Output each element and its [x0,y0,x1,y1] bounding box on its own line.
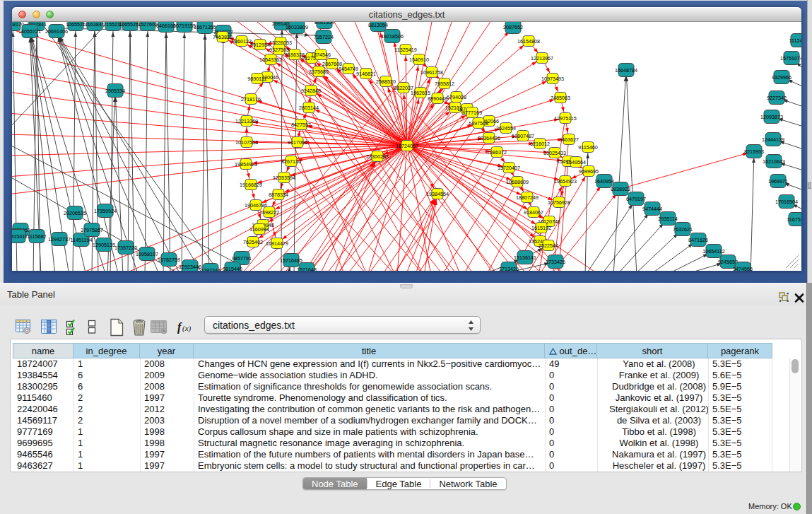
svg-text:2522544: 2522544 [539,243,558,249]
svg-text:10025433: 10025433 [543,150,566,156]
svg-text:1167533: 1167533 [787,216,801,223]
svg-text:10107554: 10107554 [235,139,258,146]
svg-text:1163841: 1163841 [85,22,104,28]
svg-text:8267130: 8267130 [281,158,301,165]
svg-text:9890112: 9890112 [247,76,266,82]
svg-text:19046786: 19046786 [245,202,267,209]
svg-text:8461304: 8461304 [314,22,334,25]
svg-text:6794028: 6794028 [447,94,466,100]
svg-text:9699695: 9699695 [579,168,599,175]
svg-text:12923446: 12923446 [179,264,201,270]
svg-text:14055721: 14055721 [18,28,41,35]
svg-text:1292344: 1292344 [201,267,220,271]
svg-text:16210643: 16210643 [763,158,785,165]
svg-text:15716485: 15716485 [280,257,302,264]
svg-text:1549564: 1549564 [566,159,586,165]
svg-text:12213967: 12213967 [531,55,553,62]
svg-text:1733426: 1733426 [546,259,565,265]
svg-text:9417006: 9417006 [288,139,307,146]
svg-text:16033809: 16033809 [286,24,308,30]
svg-text:8215953: 8215953 [744,148,764,155]
svg-text:16648784: 16648784 [615,67,637,74]
svg-text:2718176: 2718176 [241,96,261,103]
svg-text:1115682: 1115682 [28,233,47,240]
svg-text:1640954: 1640954 [594,178,614,185]
svg-text:10688609: 10688609 [506,179,529,185]
svg-text:1160994: 1160994 [249,226,269,233]
svg-text:17016504: 17016504 [775,199,798,205]
svg-text:3624554: 3624554 [496,125,516,132]
svg-text:17359924: 17359924 [94,208,117,214]
svg-text:8938923: 8938923 [611,186,630,192]
svg-text:9227342: 9227342 [767,95,787,101]
svg-text:12093873: 12093873 [760,114,783,120]
svg-text:9184067: 9184067 [524,209,543,216]
svg-text:1527602: 1527602 [138,22,158,28]
svg-text:1713426: 1713426 [499,266,519,271]
svg-text:7463822: 7463822 [213,34,233,40]
svg-text:1874546: 1874546 [311,52,331,58]
svg-text:19654923: 19654923 [554,178,577,185]
svg-text:8454749: 8454749 [339,66,358,72]
svg-text:8860123: 8860123 [232,38,252,45]
svg-text:10958107: 10958107 [136,251,158,257]
svg-text:12975115: 12975115 [554,115,576,122]
svg-text:1065526: 1065526 [66,22,86,28]
svg-text:7485063: 7485063 [551,95,570,101]
svg-text:8471626: 8471626 [688,237,708,243]
svg-text:f: f [177,321,182,334]
svg-text:9115460: 9115460 [578,144,597,151]
svg-text:7625402: 7625402 [243,239,263,245]
svg-text:2803144: 2803144 [299,105,319,111]
svg-text:9474444: 9474444 [642,206,662,212]
svg-text:7986372: 7986372 [487,149,507,156]
svg-text:15720407: 15720407 [498,165,520,171]
svg-text:11451194: 11451194 [71,237,93,243]
svg-text:19166829: 19166829 [240,182,262,188]
svg-text:3915411: 3915411 [12,233,28,240]
svg-text:8813054: 8813054 [368,22,388,28]
svg-text:1112404: 1112404 [789,37,801,44]
svg-text:10961758: 10961758 [420,69,443,76]
svg-text:6216012: 6216012 [530,141,550,147]
svg-text:20691406: 20691406 [45,28,68,35]
svg-text:9146821: 9146821 [356,71,376,77]
svg-text:10756928: 10756928 [548,199,570,206]
svg-text:1540910: 1540910 [409,57,429,63]
svg-text:7955812: 7955812 [435,81,454,87]
svg-text:3375685: 3375685 [309,69,329,75]
svg-text:7357224: 7357224 [314,34,334,40]
svg-text:12353594: 12353594 [273,175,295,181]
svg-text:16154808: 16154808 [517,38,540,45]
svg-text:8427552: 8427552 [291,122,311,128]
svg-text:16782759: 16782759 [158,257,180,263]
svg-text:18724007: 18724007 [396,143,418,149]
svg-text:19384554: 19384554 [426,191,449,197]
svg-text:16914479: 16914479 [266,240,288,247]
svg-text:7632621: 7632621 [673,226,693,233]
svg-text:12905135: 12905135 [93,242,115,248]
svg-text:9242848: 9242848 [301,88,321,94]
svg-text:12942737: 12942737 [48,236,71,243]
svg-text:23300293: 23300293 [366,153,389,160]
svg-text:20206535: 20206535 [64,210,86,216]
svg-text:9329966: 9329966 [772,74,792,81]
svg-text:18807249: 18807249 [516,194,539,201]
svg-text:9777169: 9777169 [462,110,482,116]
svg-text:6497508: 6497508 [469,120,488,127]
svg-text:2588520: 2588520 [376,78,396,85]
svg-text:19218506: 19218506 [381,33,404,40]
svg-text:16543362: 16543362 [259,57,282,63]
svg-text:6479197: 6479197 [626,196,646,202]
svg-text:2087652: 2087652 [503,24,523,30]
svg-text:10719155: 10719155 [173,23,196,29]
svg-text:9474565: 9474565 [733,266,753,271]
svg-text:8990448: 8990448 [428,95,447,102]
svg-text:10973493: 10973493 [541,76,564,82]
svg-text:9857791: 9857791 [232,255,252,262]
svg-text:9245652: 9245652 [718,259,738,265]
svg-text:19854923: 19854923 [235,161,257,168]
svg-text:12213369: 12213369 [235,118,258,124]
svg-text:1615192: 1615192 [531,225,551,231]
svg-text:9463627: 9463627 [559,136,579,143]
